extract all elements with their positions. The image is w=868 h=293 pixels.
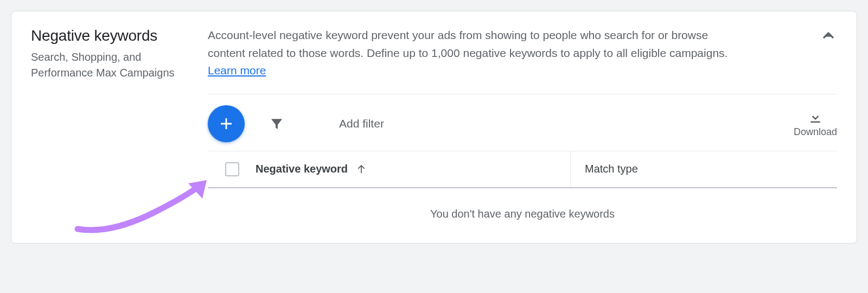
download-icon	[807, 109, 824, 125]
column-keyword-label: Negative keyword	[256, 163, 348, 175]
description-text: Account-level negative keyword prevent y…	[208, 29, 727, 59]
column-header-keyword[interactable]: Negative keyword	[256, 163, 570, 175]
collapse-button[interactable]	[820, 27, 837, 46]
select-all-checkbox[interactable]	[225, 162, 239, 176]
table-header-row: Negative keyword Match type	[208, 151, 837, 188]
download-button[interactable]: Download	[794, 109, 837, 138]
add-keyword-button[interactable]	[208, 105, 245, 142]
download-label: Download	[794, 126, 837, 138]
add-filter-button[interactable]: Add filter	[339, 117, 384, 130]
sort-ascending-icon	[355, 163, 367, 175]
section-title: Negative keywords	[31, 27, 188, 45]
negative-keywords-card: Negative keywords Search, Shopping, and …	[11, 11, 857, 244]
column-header-match-type[interactable]: Match type	[571, 163, 638, 175]
filter-button[interactable]	[269, 116, 285, 132]
toolbar: Add filter Download	[208, 94, 837, 151]
filter-icon	[269, 116, 285, 132]
learn-more-link[interactable]: Learn more	[208, 64, 266, 77]
empty-state-message: You don't have any negative keywords	[208, 188, 837, 226]
section-header: Negative keywords Search, Shopping, and …	[31, 27, 188, 226]
section-description: Account-level negative keyword prevent y…	[208, 27, 739, 80]
section-subtitle: Search, Shopping, and Performance Max Ca…	[31, 49, 188, 81]
section-body: Account-level negative keyword prevent y…	[208, 27, 837, 226]
plus-icon	[217, 114, 235, 133]
chevron-up-icon	[820, 27, 837, 44]
